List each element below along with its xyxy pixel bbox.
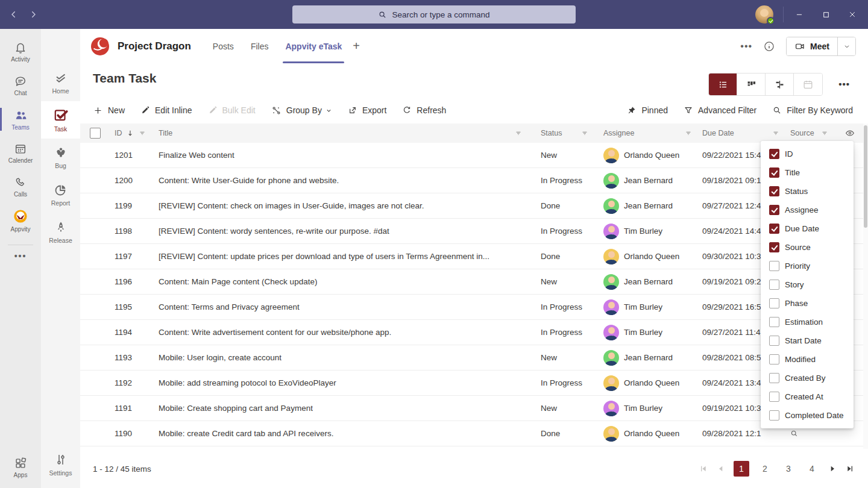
tab-posts[interactable]: Posts <box>204 29 242 63</box>
rail-item-teams[interactable]: Teams <box>0 102 41 136</box>
header-source-cell[interactable]: Source <box>785 129 836 137</box>
group-by-button[interactable]: Group By <box>271 105 332 116</box>
column-menu-item[interactable]: Completed Date <box>761 406 854 425</box>
column-menu-item[interactable]: Title <box>761 163 854 182</box>
user-avatar[interactable] <box>755 5 773 23</box>
rail-item-chat[interactable]: Chat <box>0 69 41 102</box>
task-row[interactable]: 1199[REVIEW] Content: check on images in… <box>80 193 863 219</box>
close-button[interactable] <box>839 0 866 29</box>
meet-dropdown-button[interactable] <box>837 37 855 55</box>
task-row[interactable]: 1195Content: Terms and Privacy agreement… <box>80 295 863 320</box>
view-calendar-button[interactable] <box>794 74 822 95</box>
new-button[interactable]: New <box>93 105 125 116</box>
column-menu-item[interactable]: Created By <box>761 369 854 387</box>
rail-item-activity[interactable]: Activity <box>0 35 41 69</box>
rail-more-button[interactable]: ••• <box>14 251 27 261</box>
view-more-button[interactable]: ••• <box>838 79 850 89</box>
checkbox-unchecked-icon[interactable] <box>769 373 779 383</box>
task-row[interactable]: 1196Content: Main Page content (Check up… <box>80 269 863 295</box>
page-button-4[interactable]: 4 <box>804 461 820 477</box>
sort-descending-icon[interactable] <box>126 129 134 137</box>
filter-icon[interactable] <box>580 129 589 137</box>
minimize-button[interactable] <box>786 0 813 29</box>
checkbox-checked-icon[interactable] <box>769 205 779 215</box>
meet-button[interactable]: Meet <box>787 37 837 55</box>
advanced-filter-button[interactable]: Advanced Filter <box>684 105 756 115</box>
last-page-button[interactable] <box>845 464 855 474</box>
column-menu-item[interactable]: Estimation <box>761 313 854 331</box>
task-row[interactable]: 1200Content: Write User-Guide for phone … <box>80 168 863 193</box>
column-menu-item[interactable]: Phase <box>761 294 854 313</box>
task-row[interactable]: 1191Mobile: Create shopping cart and Pay… <box>80 396 863 421</box>
bulk-edit-button[interactable]: Bulk Edit <box>208 105 256 115</box>
column-menu-item[interactable]: Status <box>761 182 854 201</box>
module-item-task[interactable]: Task <box>41 101 80 139</box>
checkbox-unchecked-icon[interactable] <box>769 298 779 308</box>
filter-icon[interactable] <box>138 129 146 137</box>
column-menu-item[interactable]: Story <box>761 275 854 294</box>
back-button[interactable] <box>6 7 22 22</box>
module-item-report[interactable]: Report <box>41 176 80 213</box>
view-gantt-button[interactable] <box>766 74 794 95</box>
filter-by-keyword-button[interactable]: Filter By Keyword <box>772 105 853 115</box>
tab-appvity-etask[interactable]: Appvity eTask <box>277 29 350 63</box>
checkbox-unchecked-icon[interactable] <box>769 317 779 327</box>
checkbox-checked-icon[interactable] <box>769 242 779 252</box>
column-menu-item[interactable]: ID <box>761 145 854 163</box>
tab-files[interactable]: Files <box>242 29 277 63</box>
command-search-box[interactable]: Search or type a command <box>292 5 576 23</box>
filter-icon[interactable] <box>514 129 523 137</box>
checkbox-unchecked-icon[interactable] <box>769 336 779 346</box>
refresh-button[interactable]: Refresh <box>402 105 446 115</box>
more-options-icon[interactable]: ••• <box>740 41 752 52</box>
column-menu-item[interactable]: Created At <box>761 387 854 406</box>
checkbox-unchecked-icon[interactable] <box>769 354 779 364</box>
task-row[interactable]: 1190Mobile: create Credit card tab and A… <box>80 421 863 446</box>
column-menu-item[interactable]: Source <box>761 238 854 257</box>
checkbox-checked-icon[interactable] <box>769 167 779 178</box>
task-row[interactable]: 1198[REVIEW] Content: wordy sentences, r… <box>80 219 863 244</box>
header-id-cell[interactable]: ID <box>110 129 159 137</box>
vertical-scrollbar[interactable] <box>863 124 868 449</box>
header-due-date-cell[interactable]: Due Date <box>697 129 785 137</box>
info-icon[interactable] <box>763 40 775 52</box>
checkbox-checked-icon[interactable] <box>769 186 779 196</box>
header-assignee-cell[interactable]: Assignee <box>595 129 697 137</box>
column-menu-item[interactable]: Priority <box>761 257 854 275</box>
checkbox-unchecked-icon[interactable] <box>769 280 779 290</box>
task-row[interactable]: 1193Mobile: User login, create accountNe… <box>80 345 863 371</box>
checkbox-checked-icon[interactable] <box>769 224 779 234</box>
forward-button[interactable] <box>25 7 41 22</box>
task-row[interactable]: 1201Finalize Web contentNewOrlando Queen… <box>80 143 863 168</box>
task-row[interactable]: 1194Content: Write advertisement content… <box>80 320 863 345</box>
filter-icon[interactable] <box>820 129 829 137</box>
edit-inline-button[interactable]: Edit Inline <box>140 105 192 115</box>
checkbox-checked-icon[interactable] <box>769 149 779 159</box>
add-tab-button[interactable]: + <box>353 39 360 53</box>
module-item-bug[interactable]: Bug <box>41 139 80 176</box>
previous-page-button[interactable] <box>716 464 726 474</box>
filter-icon[interactable] <box>772 129 780 137</box>
rail-item-calls[interactable]: Calls <box>0 170 41 204</box>
column-menu-item[interactable]: Start Date <box>761 331 854 350</box>
header-status-cell[interactable]: Status <box>529 129 595 137</box>
select-all-checkbox[interactable] <box>90 128 101 139</box>
module-item-home[interactable]: Home <box>41 64 80 101</box>
header-title-cell[interactable]: Title <box>159 129 529 137</box>
column-menu-item[interactable]: Assignee <box>761 201 854 219</box>
column-menu-item[interactable]: Modified <box>761 350 854 369</box>
rail-item-appvity[interactable]: Appvity <box>0 204 41 237</box>
checkbox-unchecked-icon[interactable] <box>769 410 779 421</box>
next-page-button[interactable] <box>828 464 837 474</box>
task-row[interactable]: 1192Mobile: add streaming potocol to Exo… <box>80 371 863 396</box>
pinned-button[interactable]: Pinned <box>627 105 668 115</box>
first-page-button[interactable] <box>699 464 708 474</box>
scrollbar-thumb[interactable] <box>864 125 867 228</box>
checkbox-unchecked-icon[interactable] <box>769 261 779 271</box>
filter-icon[interactable] <box>684 129 693 137</box>
view-board-button[interactable] <box>737 74 766 95</box>
rail-item-calender[interactable]: Calender <box>0 136 41 170</box>
task-row[interactable]: 1197[REVIEW] Content: update prices per … <box>80 244 863 269</box>
column-menu-item[interactable]: Due Date <box>761 219 854 238</box>
column-chooser-eye-button[interactable] <box>844 128 855 139</box>
